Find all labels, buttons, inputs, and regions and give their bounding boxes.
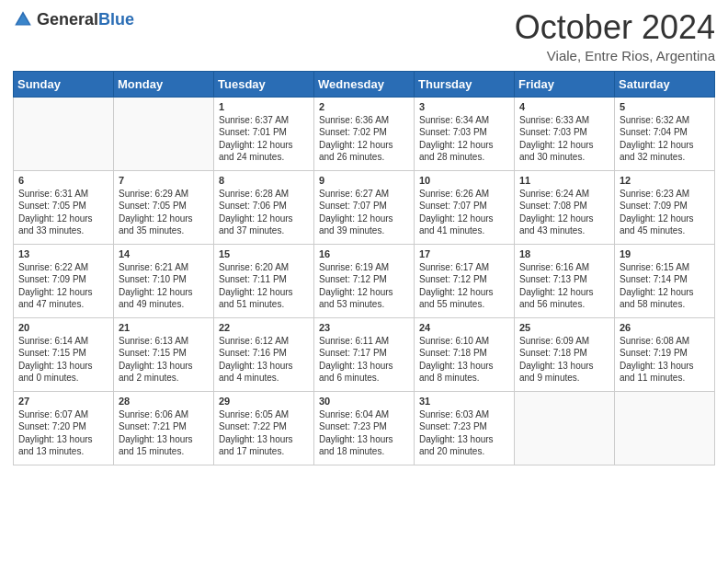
calendar-cell: 15Sunrise: 6:20 AMSunset: 7:11 PMDayligh… [214, 244, 314, 317]
cell-text: Sunrise: 6:05 AMSunset: 7:22 PMDaylight:… [219, 408, 309, 458]
day-number: 27 [18, 396, 108, 407]
calendar-cell: 28Sunrise: 6:06 AMSunset: 7:21 PMDayligh… [114, 391, 214, 465]
cell-text: Sunrise: 6:09 AMSunset: 7:18 PMDaylight:… [519, 335, 609, 385]
cell-text: Sunrise: 6:06 AMSunset: 7:21 PMDaylight:… [119, 408, 209, 458]
day-number: 26 [620, 322, 710, 333]
cell-text: Sunrise: 6:23 AMSunset: 7:09 PMDaylight:… [620, 188, 710, 237]
day-number: 14 [119, 248, 209, 259]
day-number: 23 [319, 322, 409, 333]
calendar-cell: 21Sunrise: 6:13 AMSunset: 7:15 PMDayligh… [114, 317, 214, 391]
cell-text: Sunrise: 6:13 AMSunset: 7:15 PMDaylight:… [119, 335, 209, 385]
cell-text: Sunrise: 6:31 AMSunset: 7:05 PMDaylight:… [18, 188, 108, 237]
calendar-body: 1Sunrise: 6:37 AMSunset: 7:01 PMDaylight… [14, 97, 715, 465]
day-number: 2 [319, 101, 409, 112]
title-block: October 2024 Viale, Entre Rios, Argentin… [515, 9, 715, 63]
calendar-cell: 1Sunrise: 6:37 AMSunset: 7:01 PMDaylight… [214, 97, 314, 170]
day-number: 12 [620, 175, 710, 186]
cell-text: Sunrise: 6:08 AMSunset: 7:19 PMDaylight:… [620, 335, 710, 385]
day-number: 9 [319, 175, 409, 186]
cell-text: Sunrise: 6:10 AMSunset: 7:18 PMDaylight:… [419, 335, 509, 385]
calendar-cell: 17Sunrise: 6:17 AMSunset: 7:12 PMDayligh… [415, 244, 515, 317]
day-number: 19 [620, 248, 710, 259]
calendar-cell: 16Sunrise: 6:19 AMSunset: 7:12 PMDayligh… [314, 244, 415, 317]
calendar-cell: 20Sunrise: 6:14 AMSunset: 7:15 PMDayligh… [14, 317, 114, 391]
calendar-cell: 24Sunrise: 6:10 AMSunset: 7:18 PMDayligh… [415, 317, 515, 391]
weekday-header: Tuesday [214, 71, 314, 97]
calendar-week-row: 27Sunrise: 6:07 AMSunset: 7:20 PMDayligh… [14, 391, 715, 465]
day-number: 21 [119, 322, 209, 333]
calendar-cell: 4Sunrise: 6:33 AMSunset: 7:03 PMDaylight… [515, 97, 615, 170]
cell-text: Sunrise: 6:33 AMSunset: 7:03 PMDaylight:… [519, 114, 609, 164]
cell-text: Sunrise: 6:07 AMSunset: 7:20 PMDaylight:… [18, 408, 108, 458]
cell-text: Sunrise: 6:04 AMSunset: 7:23 PMDaylight:… [319, 408, 409, 458]
day-number: 18 [519, 248, 609, 259]
calendar-week-row: 20Sunrise: 6:14 AMSunset: 7:15 PMDayligh… [14, 317, 715, 391]
cell-text: Sunrise: 6:21 AMSunset: 7:10 PMDaylight:… [119, 261, 209, 311]
calendar-cell: 5Sunrise: 6:32 AMSunset: 7:04 PMDaylight… [615, 97, 715, 170]
calendar-cell: 3Sunrise: 6:34 AMSunset: 7:03 PMDaylight… [415, 97, 515, 170]
day-number: 22 [219, 322, 309, 333]
day-number: 3 [419, 101, 509, 112]
day-number: 29 [219, 396, 309, 407]
cell-text: Sunrise: 6:36 AMSunset: 7:02 PMDaylight:… [319, 114, 409, 164]
calendar-week-row: 1Sunrise: 6:37 AMSunset: 7:01 PMDaylight… [14, 97, 715, 170]
day-number: 16 [319, 248, 409, 259]
cell-text: Sunrise: 6:37 AMSunset: 7:01 PMDaylight:… [219, 114, 309, 164]
cell-text: Sunrise: 6:15 AMSunset: 7:14 PMDaylight:… [620, 261, 710, 311]
calendar-cell: 18Sunrise: 6:16 AMSunset: 7:13 PMDayligh… [515, 244, 615, 317]
calendar-cell [515, 391, 615, 465]
day-number: 5 [620, 101, 710, 112]
cell-text: Sunrise: 6:28 AMSunset: 7:06 PMDaylight:… [219, 188, 309, 237]
calendar-cell: 30Sunrise: 6:04 AMSunset: 7:23 PMDayligh… [314, 391, 415, 465]
calendar-week-row: 13Sunrise: 6:22 AMSunset: 7:09 PMDayligh… [14, 244, 715, 317]
day-number: 15 [219, 248, 309, 259]
header: GeneralBlue October 2024 Viale, Entre Ri… [13, 9, 715, 63]
calendar-cell [114, 97, 214, 170]
calendar-cell: 23Sunrise: 6:11 AMSunset: 7:17 PMDayligh… [314, 317, 415, 391]
calendar-cell: 27Sunrise: 6:07 AMSunset: 7:20 PMDayligh… [14, 391, 114, 465]
cell-text: Sunrise: 6:22 AMSunset: 7:09 PMDaylight:… [18, 261, 108, 311]
calendar-cell: 25Sunrise: 6:09 AMSunset: 7:18 PMDayligh… [515, 317, 615, 391]
cell-text: Sunrise: 6:29 AMSunset: 7:05 PMDaylight:… [119, 188, 209, 237]
month-title: October 2024 [515, 9, 715, 46]
weekday-header: Sunday [14, 71, 114, 97]
day-number: 6 [18, 175, 108, 186]
calendar-cell [615, 391, 715, 465]
calendar-cell: 14Sunrise: 6:21 AMSunset: 7:10 PMDayligh… [114, 244, 214, 317]
weekday-header: Friday [515, 71, 615, 97]
day-number: 28 [119, 396, 209, 407]
cell-text: Sunrise: 6:19 AMSunset: 7:12 PMDaylight:… [319, 261, 409, 311]
weekday-header: Saturday [615, 71, 715, 97]
day-number: 30 [319, 396, 409, 407]
day-number: 17 [419, 248, 509, 259]
calendar-cell: 10Sunrise: 6:26 AMSunset: 7:07 PMDayligh… [415, 170, 515, 244]
day-number: 10 [419, 175, 509, 186]
weekday-header: Monday [114, 71, 214, 97]
cell-text: Sunrise: 6:12 AMSunset: 7:16 PMDaylight:… [219, 335, 309, 385]
cell-text: Sunrise: 6:17 AMSunset: 7:12 PMDaylight:… [419, 261, 509, 311]
cell-text: Sunrise: 6:24 AMSunset: 7:08 PMDaylight:… [519, 188, 609, 237]
calendar-cell: 7Sunrise: 6:29 AMSunset: 7:05 PMDaylight… [114, 170, 214, 244]
weekday-header: Wednesday [314, 71, 415, 97]
cell-text: Sunrise: 6:26 AMSunset: 7:07 PMDaylight:… [419, 188, 509, 237]
calendar-cell: 6Sunrise: 6:31 AMSunset: 7:05 PMDaylight… [14, 170, 114, 244]
day-number: 1 [219, 101, 309, 112]
calendar-cell: 13Sunrise: 6:22 AMSunset: 7:09 PMDayligh… [14, 244, 114, 317]
calendar-cell: 11Sunrise: 6:24 AMSunset: 7:08 PMDayligh… [515, 170, 615, 244]
day-number: 24 [419, 322, 509, 333]
weekday-header: Thursday [415, 71, 515, 97]
logo-icon [13, 9, 33, 29]
calendar-cell: 19Sunrise: 6:15 AMSunset: 7:14 PMDayligh… [615, 244, 715, 317]
calendar-cell: 9Sunrise: 6:27 AMSunset: 7:07 PMDaylight… [314, 170, 415, 244]
cell-text: Sunrise: 6:11 AMSunset: 7:17 PMDaylight:… [319, 335, 409, 385]
day-number: 7 [119, 175, 209, 186]
location-title: Viale, Entre Rios, Argentina [515, 48, 715, 63]
cell-text: Sunrise: 6:27 AMSunset: 7:07 PMDaylight:… [319, 188, 409, 237]
day-number: 25 [519, 322, 609, 333]
cell-text: Sunrise: 6:32 AMSunset: 7:04 PMDaylight:… [620, 114, 710, 164]
logo-general: General [37, 10, 98, 29]
cell-text: Sunrise: 6:20 AMSunset: 7:11 PMDaylight:… [219, 261, 309, 311]
cell-text: Sunrise: 6:03 AMSunset: 7:23 PMDaylight:… [419, 408, 509, 458]
calendar-cell: 8Sunrise: 6:28 AMSunset: 7:06 PMDaylight… [214, 170, 314, 244]
calendar-cell: 12Sunrise: 6:23 AMSunset: 7:09 PMDayligh… [615, 170, 715, 244]
